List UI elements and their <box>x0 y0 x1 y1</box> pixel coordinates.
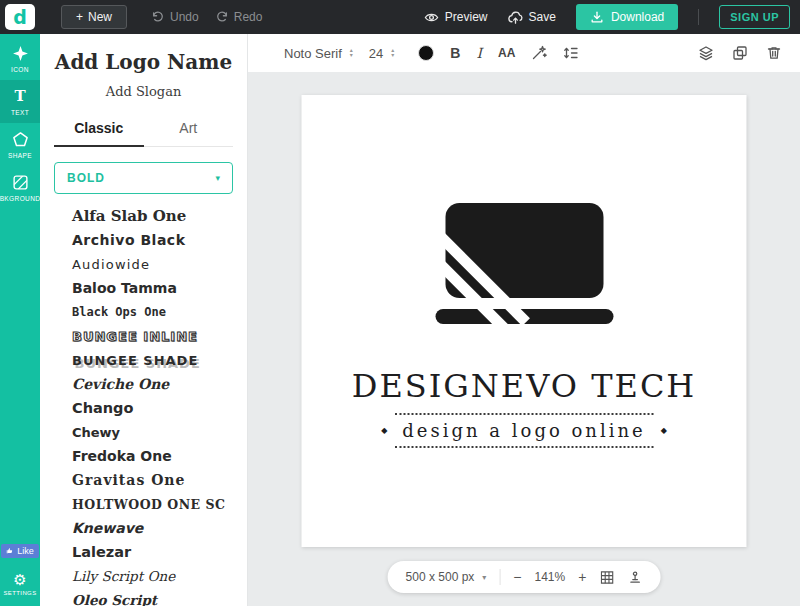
font-list-item[interactable]: Oleo Script <box>72 588 233 606</box>
text-toolbar: Noto Serif ▴▾ 24 ▴▾ B I AA <box>248 34 800 72</box>
font-category-select[interactable]: BOLD ▾ <box>54 162 233 194</box>
sidebar-item-icon[interactable]: ICON <box>0 37 40 80</box>
center-canvas-button[interactable] <box>627 570 642 585</box>
font-list-item[interactable]: Lily Script One <box>72 564 233 588</box>
save-label: Save <box>529 10 556 24</box>
font-list-item[interactable]: Knewave <box>72 516 233 540</box>
tab-art[interactable]: Art <box>144 113 234 146</box>
zoom-in-button[interactable]: + <box>578 570 586 584</box>
cloud-save-icon <box>508 10 523 25</box>
tab-classic[interactable]: Classic <box>54 113 144 147</box>
laptop-logo-icon[interactable] <box>429 203 619 327</box>
undo-label: Undo <box>170 10 199 24</box>
font-list-item[interactable]: Lalezar <box>72 540 233 564</box>
position-anchor-icon <box>627 570 642 585</box>
logo-name-text[interactable]: DESIGNEVO TECH <box>302 367 747 405</box>
text-color-swatch[interactable] <box>418 45 434 61</box>
redo-button[interactable]: Redo <box>215 10 263 24</box>
font-family-select[interactable]: Noto Serif ▴▾ <box>284 46 353 61</box>
gear-icon: ⚙ <box>13 572 26 588</box>
laptop-screen-shape <box>445 203 603 298</box>
font-list-item[interactable]: Fredoka One <box>72 444 233 468</box>
settings-button[interactable]: ⚙ SETTINGS <box>3 572 36 596</box>
font-list: Alfa Slab One Archivo Black Audiowide Ba… <box>54 204 233 606</box>
add-logo-name-button[interactable]: Add Logo Name <box>54 50 233 74</box>
sidebar-item-text-label: TEXT <box>11 109 29 116</box>
font-list-item[interactable]: Alfa Slab One <box>72 204 233 228</box>
new-button[interactable]: + New <box>61 5 127 29</box>
topbar: d + New Undo Redo Preview <box>0 0 800 34</box>
font-size-value: 24 <box>369 46 383 61</box>
font-list-item[interactable]: Gravitas One <box>72 468 233 492</box>
font-list-item[interactable]: BUNGEE INLINE <box>72 324 233 348</box>
slogan-text: design a logo online <box>394 413 653 448</box>
topbar-divider <box>698 9 699 25</box>
add-slogan-button[interactable]: Add Slogan <box>54 84 233 99</box>
sidebar-item-bkground[interactable]: BKGROUND <box>0 166 40 209</box>
font-list-item[interactable]: Chewy <box>72 420 233 444</box>
font-category-value: BOLD <box>67 171 105 185</box>
chevron-down-icon: ▾ <box>482 573 486 582</box>
font-list-item[interactable]: Archivo Black <box>72 228 233 252</box>
font-list-item[interactable]: Audiowide <box>72 252 233 276</box>
pentagon-icon <box>12 131 29 148</box>
font-list-item[interactable]: Chango <box>72 396 233 420</box>
text-panel: Add Logo Name Add Slogan Classic Art BOL… <box>40 34 248 606</box>
sidebar-item-icon-label: ICON <box>11 66 29 73</box>
layers-icon <box>698 45 714 61</box>
line-spacing-button[interactable] <box>563 45 579 61</box>
sidebar-item-bkground-label: BKGROUND <box>0 195 40 202</box>
font-list-item[interactable]: Ceviche One <box>72 372 233 396</box>
font-list-item[interactable]: Black Ops One <box>72 300 233 324</box>
zoom-level: 141% <box>535 570 566 584</box>
artboard[interactable]: DESIGNEVO TECH ◆ design a logo online ◆ <box>302 95 747 547</box>
download-button[interactable]: Download <box>576 4 678 30</box>
delete-button[interactable] <box>766 45 782 61</box>
font-list-item[interactable]: BUNGEE SHADE <box>72 348 233 372</box>
sidebar: ICON T TEXT SHAPE BKGROUND <box>0 34 40 606</box>
italic-button[interactable]: I <box>476 45 482 61</box>
preview-button[interactable]: Preview <box>424 10 488 25</box>
zoom-out-button[interactable]: − <box>513 570 521 584</box>
copy-icon <box>732 45 748 61</box>
designevo-logo-letter: d <box>13 6 27 28</box>
duplicate-button[interactable] <box>732 45 748 61</box>
grid-toggle-button[interactable] <box>599 570 614 585</box>
diamond-icon: ◆ <box>661 426 667 435</box>
sparkle-icon <box>12 45 29 62</box>
undo-button[interactable]: Undo <box>151 10 199 24</box>
bold-button[interactable]: B <box>450 45 460 61</box>
undo-icon <box>151 10 165 24</box>
designevo-logo[interactable]: d <box>5 4 35 30</box>
effects-button[interactable] <box>531 45 547 61</box>
thumbs-up-icon <box>6 547 14 555</box>
font-size-select[interactable]: 24 ▴▾ <box>369 46 394 61</box>
signup-button[interactable]: SIGN UP <box>719 5 790 29</box>
background-stripes-icon <box>12 174 29 191</box>
sidebar-item-shape[interactable]: SHAPE <box>0 123 40 166</box>
canvas-size-select[interactable]: 500 x 500 px ▾ <box>406 570 487 584</box>
new-button-label: New <box>88 10 112 24</box>
canvas-area: DESIGNEVO TECH ◆ design a logo online ◆ … <box>248 72 800 606</box>
download-icon <box>590 10 604 24</box>
plus-icon: + <box>76 10 83 24</box>
spinner-icon: ▴▾ <box>391 48 394 58</box>
zoombar-divider <box>499 569 500 585</box>
download-label: Download <box>611 10 664 24</box>
slogan-block[interactable]: ◆ design a logo online ◆ <box>302 413 747 448</box>
canvas-size-value: 500 x 500 px <box>406 570 475 584</box>
diamond-icon: ◆ <box>381 426 387 435</box>
eye-icon <box>424 10 439 25</box>
facebook-like-button[interactable]: Like <box>1 544 39 558</box>
layers-button[interactable] <box>698 45 714 61</box>
font-tabs: Classic Art <box>54 113 233 147</box>
sidebar-item-text[interactable]: T TEXT <box>0 80 40 123</box>
toolbar-right-group <box>698 45 782 61</box>
chevron-down-icon: ▾ <box>215 173 220 183</box>
font-list-item[interactable]: HOLTWOOD ONE SC <box>72 492 233 516</box>
text-tool-icon: T <box>14 88 25 105</box>
letter-case-button[interactable]: AA <box>498 46 515 60</box>
magic-wand-icon <box>531 45 547 61</box>
save-button[interactable]: Save <box>508 10 556 25</box>
font-list-item[interactable]: Baloo Tamma <box>72 276 233 300</box>
